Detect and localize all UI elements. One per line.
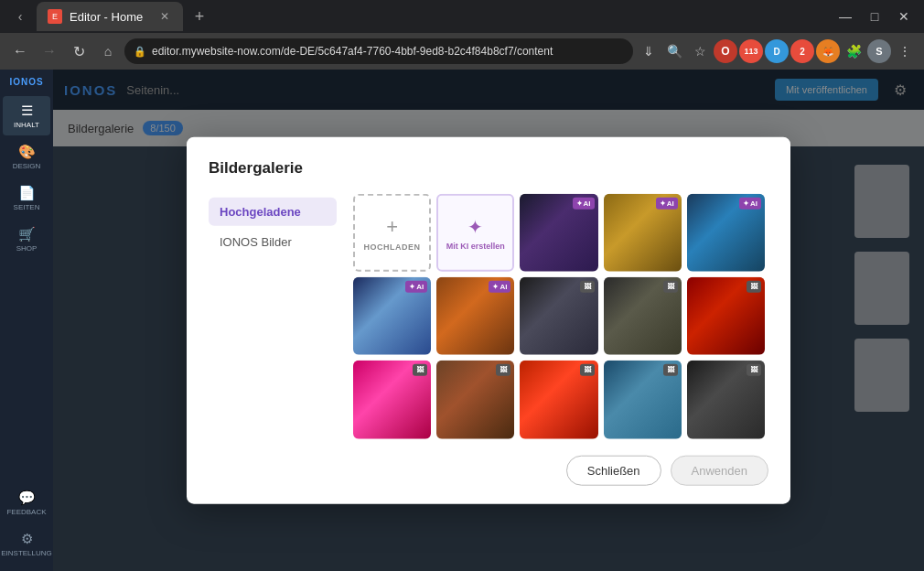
ext-puzzle-icon[interactable]: 🧩: [842, 39, 865, 63]
sidebar-logo: IONOS: [9, 77, 43, 87]
shop-label: SHOP: [16, 244, 38, 253]
image-tile-5[interactable]: ✦AI: [436, 277, 514, 355]
image-tile-9[interactable]: 🖼: [353, 361, 431, 438]
forward-btn[interactable]: →: [37, 38, 62, 64]
menu-icon[interactable]: ⋮: [893, 39, 917, 63]
tab-bar: ‹ E Editor - Home ✕ + — □ ✕: [0, 0, 924, 33]
image-badge-13: 🖼: [747, 364, 761, 376]
feedback-label: FEEDBACK: [6, 508, 46, 516]
win-minimize-btn[interactable]: —: [833, 4, 858, 29]
image-badge-2: ✦AI: [656, 198, 678, 210]
ai-create-label: Mit KI erstellen: [443, 241, 509, 250]
upload-label: HOCHLADEN: [360, 242, 424, 251]
image-badge-7: 🖼: [663, 281, 678, 293]
search-icon[interactable]: 🔍: [662, 39, 686, 63]
image-badge-11: 🖼: [580, 364, 595, 376]
image-tile-1[interactable]: ✦AI: [520, 194, 597, 272]
image-tile-7[interactable]: 🖼: [604, 277, 682, 355]
image-badge-4: ✦AI: [405, 281, 427, 293]
image-badge-3: ✦AI: [739, 198, 761, 210]
win-maximize-btn[interactable]: □: [862, 4, 887, 29]
image-tile-11[interactable]: 🖼: [520, 361, 597, 438]
sidebar-item-feedback[interactable]: 💬 FEEDBACK: [3, 483, 50, 523]
reload-btn[interactable]: ↻: [66, 38, 91, 64]
image-badge-1: ✦AI: [573, 198, 595, 210]
download-icon[interactable]: ⇓: [637, 39, 661, 63]
image-tile-6[interactable]: 🖼: [520, 277, 597, 355]
upload-tile[interactable]: + HOCHLADEN: [353, 194, 431, 272]
einstellung-icon: ⚙: [21, 531, 33, 547]
app-area: IONOS ☰ INHALT 🎨 DESIGN 📄 SEITEN 🛒 SHOP …: [0, 70, 924, 571]
tab-favicon: E: [48, 9, 62, 24]
sidebar: IONOS ☰ INHALT 🎨 DESIGN 📄 SEITEN 🛒 SHOP …: [0, 70, 53, 571]
tab-close-btn[interactable]: ✕: [157, 9, 172, 24]
modal-title: Bildergalerie: [209, 159, 768, 178]
image-tile-3[interactable]: ✦AI: [687, 194, 765, 272]
ext-user-icon[interactable]: S: [867, 39, 891, 63]
ext-orange-icon[interactable]: 🦊: [816, 39, 840, 63]
nav-bar: ← → ↻ ⌂ 🔒 editor.mywebsite-now.com/de-DE…: [0, 33, 924, 70]
image-tile-12[interactable]: 🖼: [604, 361, 682, 438]
inhalt-label: INHALT: [14, 121, 39, 129]
einstellung-label: EINSTELLUNG: [1, 549, 52, 557]
image-grid-container: + HOCHLADEN ✦ Mit KI erstellen ✦: [353, 194, 768, 439]
new-tab-btn[interactable]: +: [187, 4, 212, 29]
image-tile-8[interactable]: 🖼: [687, 277, 765, 355]
active-tab[interactable]: E Editor - Home ✕: [37, 2, 183, 31]
sidebar-item-inhalt[interactable]: ☰ INHALT: [3, 96, 50, 135]
shop-icon: 🛒: [18, 226, 36, 242]
image-tile-4[interactable]: ✦AI: [353, 277, 431, 355]
home-btn[interactable]: ⌂: [95, 38, 121, 64]
image-tile-10[interactable]: 🖼: [436, 361, 514, 438]
opera-icon[interactable]: O: [714, 39, 737, 63]
tab-label: Editor - Home: [70, 10, 143, 24]
sidebar-item-einstellung[interactable]: ⚙ EINSTELLUNG: [3, 524, 50, 564]
ai-create-tile[interactable]: ✦ Mit KI erstellen: [436, 194, 514, 272]
ai-wand-icon: ✦: [467, 215, 483, 237]
inhalt-icon: ☰: [21, 102, 33, 119]
image-grid: + HOCHLADEN ✦ Mit KI erstellen ✦: [353, 194, 768, 439]
image-badge-5: ✦AI: [489, 281, 510, 293]
image-tile-13[interactable]: 🖼: [687, 361, 765, 438]
ssl-icon: 🔒: [134, 46, 146, 58]
sidebar-item-design[interactable]: 🎨 DESIGN: [3, 137, 50, 177]
modal-body: Hochgeladene IONOS Bilder + HOCHLADEN ✦: [209, 194, 768, 439]
image-badge-10: 🖼: [496, 364, 510, 376]
modal-dialog: Bildergalerie Hochgeladene IONOS Bilder …: [187, 137, 790, 504]
sidebar-item-shop[interactable]: 🛒 SHOP: [3, 220, 50, 259]
seiten-icon: 📄: [18, 185, 36, 201]
plus-icon: +: [386, 214, 398, 238]
nav-item-ionos-bilder[interactable]: IONOS Bilder: [209, 228, 337, 256]
feedback-icon: 💬: [18, 490, 36, 506]
ext-red-icon[interactable]: 113: [739, 39, 763, 63]
address-bar[interactable]: 🔒 editor.mywebsite-now.com/de-DE/5c647af…: [124, 38, 633, 64]
ext-blue-icon[interactable]: D: [765, 39, 789, 63]
image-badge-6: 🖼: [580, 281, 595, 293]
tab-prev-btn[interactable]: ‹: [7, 4, 33, 29]
close-btn[interactable]: Schließen: [566, 455, 661, 485]
apply-btn[interactable]: Anwenden: [671, 455, 768, 485]
seiten-label: SEITEN: [14, 203, 40, 211]
image-badge-8: 🖼: [747, 281, 761, 293]
main-content: IONOS Seitenin... Mit veröffentlichen ⚙ …: [53, 70, 924, 571]
image-tile-2[interactable]: ✦AI: [604, 194, 682, 272]
browser-chrome: ‹ E Editor - Home ✕ + — □ ✕ ← → ↻ ⌂ 🔒 ed…: [0, 0, 924, 70]
design-icon: 🎨: [18, 144, 36, 160]
browser-icons-row: ⇓ 🔍 ☆ O 113 D 2 🦊 🧩 S ⋮: [637, 39, 917, 63]
modal-nav: Hochgeladene IONOS Bilder: [209, 194, 337, 439]
image-badge-9: 🖼: [413, 364, 427, 376]
design-label: DESIGN: [13, 162, 41, 170]
image-badge-12: 🖼: [663, 364, 678, 376]
back-btn[interactable]: ←: [7, 38, 33, 64]
ext-red2-icon[interactable]: 2: [790, 39, 814, 63]
win-close-btn[interactable]: ✕: [891, 4, 917, 29]
bookmark-icon[interactable]: ☆: [688, 39, 712, 63]
modal-footer: Schließen Anwenden: [209, 455, 768, 485]
nav-item-hochgeladene[interactable]: Hochgeladene: [209, 198, 337, 226]
url-text: editor.mywebsite-now.com/de-DE/5c647af4-…: [152, 45, 624, 58]
sidebar-item-seiten[interactable]: 📄 SEITEN: [3, 178, 50, 218]
